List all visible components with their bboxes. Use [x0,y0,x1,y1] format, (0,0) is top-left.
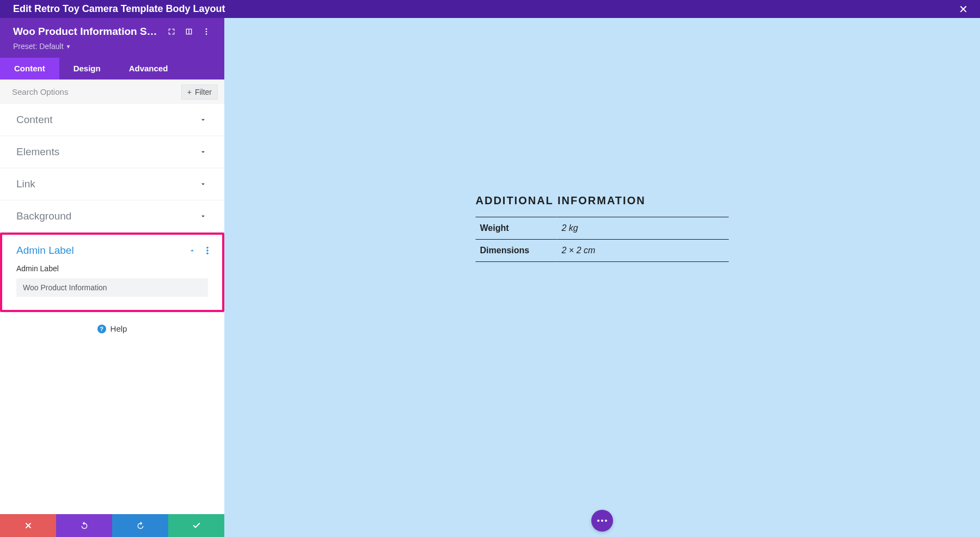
help-link[interactable]: ? Help [0,312,224,343]
info-key: Weight [476,217,558,240]
section-content[interactable]: Content [0,104,224,136]
dot-icon [601,520,603,522]
filter-button[interactable]: + Filter [181,84,218,100]
info-heading: ADDITIONAL INFORMATION [476,194,729,207]
svg-point-2 [206,33,207,35]
titlebar: Edit Retro Toy Camera Template Body Layo… [0,0,980,18]
info-value: 2 × 2 cm [558,240,729,262]
save-button[interactable] [168,514,224,537]
floating-action-button[interactable] [591,510,613,532]
check-icon [192,521,201,530]
settings-sidebar: Woo Product Information S… Preset: Defau… [0,18,224,537]
info-value: 2 kg [558,217,729,240]
section-title: Link [16,178,35,190]
settings-tabs: Content Design Advanced [0,58,224,80]
cancel-button[interactable] [0,514,56,537]
kebab-icon[interactable] [201,27,211,36]
close-icon [24,521,33,530]
section-background[interactable]: Background [0,200,224,233]
redo-icon [136,521,145,530]
redo-button[interactable] [112,514,168,537]
action-bar [0,514,224,537]
preview-canvas: ADDITIONAL INFORMATION Weight 2 kg Dimen… [224,18,980,537]
sections-list: Content Elements Link Background [0,104,224,514]
undo-icon [80,521,89,530]
main-area: Woo Product Information S… Preset: Defau… [0,18,980,537]
svg-point-5 [206,253,209,255]
preset-selector[interactable]: Preset: Default ▼ [13,42,71,51]
chevron-down-icon [198,148,208,156]
tab-advanced[interactable]: Advanced [115,58,182,80]
svg-point-3 [206,247,209,249]
info-key: Dimensions [476,240,558,262]
caret-down-icon: ▼ [66,44,71,50]
section-title: Content [16,114,53,126]
section-title: Background [16,210,71,222]
section-link[interactable]: Link [0,168,224,200]
chevron-down-icon [198,180,208,188]
table-row: Weight 2 kg [476,217,729,240]
filter-label: Filter [195,88,212,96]
admin-label-input[interactable] [16,278,208,297]
help-label: Help [111,324,127,333]
svg-point-1 [206,31,207,33]
svg-point-0 [206,28,207,30]
section-title: Admin Label [16,245,74,257]
plus-icon: + [187,88,192,96]
search-input[interactable] [7,84,181,100]
expand-icon[interactable] [167,27,176,36]
titlebar-title: Edit Retro Toy Camera Template Body Layo… [13,3,225,15]
undo-button[interactable] [56,514,112,537]
help-icon: ? [97,325,106,333]
section-admin-label: Admin Label Admin Label [0,233,224,312]
chevron-down-icon [198,116,208,124]
svg-point-4 [206,249,209,252]
admin-label-body: Admin Label [2,262,222,310]
admin-label-header[interactable]: Admin Label [2,235,222,262]
dot-icon [597,520,599,522]
preset-label: Preset: Default [13,42,64,51]
field-label: Admin Label [16,264,208,273]
close-icon[interactable]: ✕ [954,1,972,18]
additional-information-block: ADDITIONAL INFORMATION Weight 2 kg Dimen… [476,194,729,262]
dot-icon [605,520,607,522]
table-row: Dimensions 2 × 2 cm [476,240,729,262]
responsive-icon[interactable] [184,27,194,36]
chevron-down-icon [198,212,208,220]
module-header: Woo Product Information S… Preset: Defau… [0,18,224,58]
kebab-icon[interactable] [203,247,212,254]
tab-content[interactable]: Content [0,58,59,80]
chevron-up-icon [187,247,197,254]
info-table: Weight 2 kg Dimensions 2 × 2 cm [476,217,729,262]
module-title: Woo Product Information S… [13,26,159,38]
section-elements[interactable]: Elements [0,136,224,168]
tab-design[interactable]: Design [59,58,115,80]
search-row: + Filter [0,80,224,104]
section-title: Elements [16,146,59,158]
